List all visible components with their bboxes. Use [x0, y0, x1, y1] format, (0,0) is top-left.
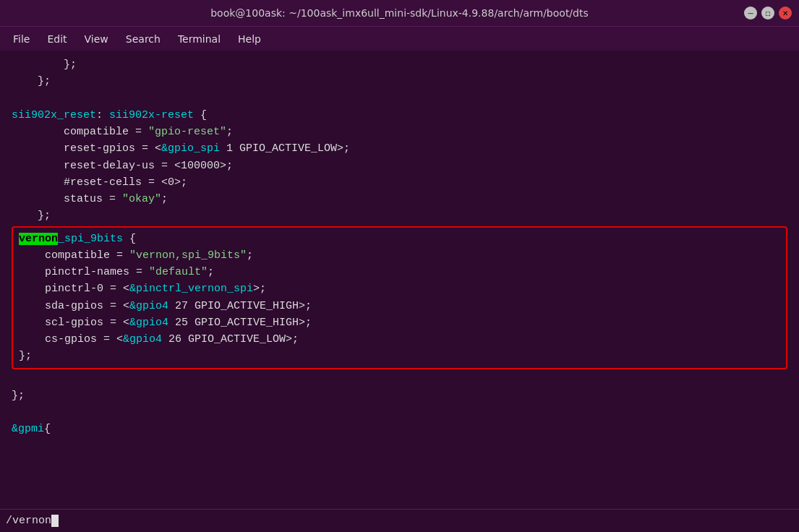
- window-controls: ─ □ ✕: [744, 7, 792, 20]
- cursor: [51, 515, 59, 527]
- menu-search[interactable]: Search: [119, 30, 168, 48]
- menu-file[interactable]: File: [6, 30, 37, 48]
- menu-edit[interactable]: Edit: [40, 30, 74, 48]
- window-title: book@100ask: ~/100ask_imx6ull_mini-sdk/L…: [210, 7, 589, 19]
- block-line: pinctrl-0 = <&pinctrl_vernon_spi>;: [19, 280, 780, 297]
- code-line: };: [12, 56, 787, 73]
- code-line: };: [12, 73, 787, 90]
- block-line: cs-gpios = <&gpio4 26 GPIO_ACTIVE_LOW>;: [19, 331, 780, 348]
- code-line: status = "okay";: [12, 191, 787, 207]
- block-header-line: vernon_spi_9bits {: [19, 231, 780, 247]
- code-line: [12, 404, 787, 421]
- menu-help[interactable]: Help: [231, 30, 268, 48]
- code-line: #reset-cells = <0>;: [12, 174, 787, 191]
- highlighted-code-block: vernon_spi_9bits { compatible = "vernon,…: [12, 226, 787, 369]
- code-line: [12, 90, 787, 107]
- search-match: vernon: [19, 233, 58, 245]
- close-button[interactable]: ✕: [779, 7, 792, 20]
- block-line: sda-gpios = <&gpio4 27 GPIO_ACTIVE_HIGH>…: [19, 298, 780, 314]
- search-label: /vernon: [6, 515, 51, 527]
- block-line: scl-gpios = <&gpio4 25 GPIO_ACTIVE_HIGH>…: [19, 314, 780, 331]
- code-line: };: [12, 387, 787, 404]
- code-line: [12, 371, 787, 387]
- block-line: compatible = "vernon,spi_9bits";: [19, 247, 780, 264]
- code-line: &gpmi{: [12, 421, 787, 437]
- code-line: sii902x_reset: sii902x-reset {: [12, 107, 787, 124]
- maximize-button[interactable]: □: [761, 7, 774, 20]
- block-line: pinctrl-names = "default";: [19, 264, 780, 280]
- code-line: };: [12, 207, 787, 224]
- menu-bar: File Edit View Search Terminal Help: [0, 26, 799, 51]
- code-line: compatible = "gpio-reset";: [12, 124, 787, 140]
- editor: }; }; sii902x_reset: sii902x-reset { com…: [0, 51, 799, 532]
- code-line: reset-gpios = <&gpio_spi 1 GPIO_ACTIVE_L…: [12, 140, 787, 157]
- block-footer-line: };: [19, 348, 780, 364]
- menu-view[interactable]: View: [77, 30, 116, 48]
- title-bar: book@100ask: ~/100ask_imx6ull_mini-sdk/L…: [0, 0, 799, 26]
- search-bar: /vernon: [0, 509, 799, 532]
- menu-terminal[interactable]: Terminal: [171, 30, 228, 48]
- minimize-button[interactable]: ─: [744, 7, 757, 20]
- code-line: reset-delay-us = <100000>;: [12, 158, 787, 174]
